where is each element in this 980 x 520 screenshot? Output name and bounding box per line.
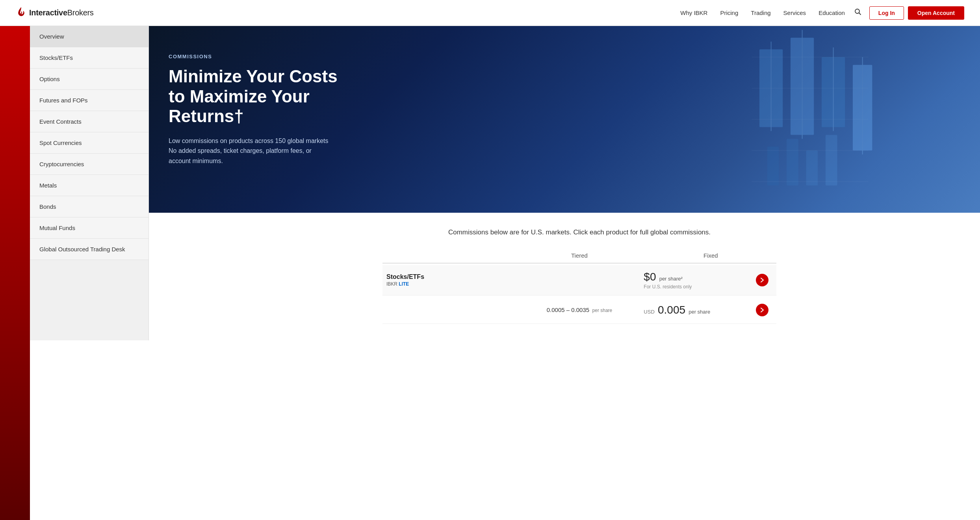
table-header: Tiered Fixed <box>382 248 776 264</box>
nav-links: Why IBKR Pricing Trading Services Educat… <box>680 9 845 17</box>
row2-fixed-price-container: USD 0.005 per share <box>644 304 710 316</box>
hero-title: Minimize Your Costs to Maximize Your Ret… <box>169 67 350 126</box>
row-stocks-sub: IBKR LITE <box>386 281 515 287</box>
ibkr-label: IBKR <box>386 281 399 287</box>
table-row-stocks-tiered[interactable]: 0.0005 – 0.0035 per share USD 0.005 per … <box>382 296 776 324</box>
sidebar-item-futures-fops[interactable]: Futures and FOPs <box>30 90 148 111</box>
sidebar-item-global-outsourced[interactable]: Global Outsourced Trading Desk <box>30 239 148 260</box>
table-row-stocks-lite[interactable]: Stocks/ETFs IBKR LITE $0 per share² <box>382 265 776 295</box>
svg-rect-11 <box>787 139 798 186</box>
sidebar-item-bonds[interactable]: Bonds <box>30 196 148 217</box>
hero-eyebrow: COMMISSIONS <box>169 54 350 59</box>
row2-price-unit: per share <box>689 309 710 315</box>
hero-chart <box>523 26 980 213</box>
sidebar-item-stocks-etfs[interactable]: Stocks/ETFs <box>30 47 148 69</box>
stocks-lite-arrow-button[interactable] <box>756 274 768 286</box>
sidebar-item-cryptocurrencies[interactable]: Cryptocurrencies <box>30 154 148 175</box>
commission-note: Commissions below are for U.S. markets. … <box>202 228 956 236</box>
svg-rect-10 <box>767 147 779 186</box>
row-stocks-label: Stocks/ETFs <box>386 273 515 280</box>
logo-flame-icon <box>16 6 27 20</box>
nav-pricing[interactable]: Pricing <box>720 9 738 16</box>
fixed-note: For U.S. residents only <box>644 284 692 290</box>
stocks-tiered-arrow-button[interactable] <box>756 304 768 316</box>
hero-section: COMMISSIONS Minimize Your Costs to Maxim… <box>149 26 980 213</box>
nav-services[interactable]: Services <box>783 9 806 16</box>
row-fixed-lite: $0 per share² For U.S. residents only <box>644 271 772 290</box>
row2-fixed-price: USD 0.005 per share <box>644 304 710 316</box>
content-area: Commissions below are for U.S. markets. … <box>179 213 980 340</box>
svg-rect-13 <box>825 135 837 186</box>
login-button[interactable]: Log In <box>869 6 904 20</box>
main-wrapper: Overview Stocks/ETFs Options Futures and… <box>0 26 980 340</box>
col-header-tiered: Tiered <box>514 252 645 259</box>
row2-price-big: 0.005 <box>658 304 685 316</box>
pricing-table: Tiered Fixed Stocks/ETFs IBKR LITE <box>382 248 776 324</box>
right-column: COMMISSIONS Minimize Your Costs to Maxim… <box>149 26 980 340</box>
tiered-unit: per share <box>592 308 612 313</box>
lite-label: LITE <box>399 281 409 287</box>
nav-trading[interactable]: Trading <box>751 9 770 16</box>
navbar: InteractiveBrokers Why IBKR Pricing Trad… <box>0 0 980 26</box>
col-header-product <box>382 252 514 259</box>
col-header-fixed: Fixed <box>645 252 776 259</box>
fixed-price-container: $0 per share² For U.S. residents only <box>644 271 692 290</box>
sidebar-item-event-contracts[interactable]: Event Contracts <box>30 111 148 132</box>
price-unit: per share² <box>659 276 683 282</box>
logo-link[interactable]: InteractiveBrokers <box>16 6 94 20</box>
sidebar-item-overview[interactable]: Overview <box>30 26 148 47</box>
row-product-label: Stocks/ETFs IBKR LITE <box>386 273 515 287</box>
row2-fixed: USD 0.005 per share <box>644 304 772 316</box>
sidebar-item-options[interactable]: Options <box>30 69 148 90</box>
sidebar-item-metals[interactable]: Metals <box>30 175 148 196</box>
svg-rect-12 <box>806 150 818 186</box>
nav-why-ibkr[interactable]: Why IBKR <box>680 9 707 16</box>
svg-line-1 <box>859 13 861 15</box>
hero-description: Low commissions on products across 150 g… <box>169 136 350 166</box>
fixed-price-value: $0 per share² <box>644 271 692 283</box>
row2-tiered: 0.0005 – 0.0035 per share <box>515 306 644 314</box>
nav-education[interactable]: Education <box>819 9 845 16</box>
hero-content: COMMISSIONS Minimize Your Costs to Maxim… <box>149 26 369 194</box>
usd-label: USD <box>644 309 654 315</box>
price-big: $0 <box>644 271 656 283</box>
sidebar-item-spot-currencies[interactable]: Spot Currencies <box>30 132 148 154</box>
logo-text: InteractiveBrokers <box>29 8 94 17</box>
search-icon[interactable] <box>854 8 861 17</box>
sidebar-item-mutual-funds[interactable]: Mutual Funds <box>30 217 148 239</box>
tiered-range: 0.0005 – 0.0035 <box>547 306 589 313</box>
sidebar: Overview Stocks/ETFs Options Futures and… <box>30 26 149 340</box>
open-account-button[interactable]: Open Account <box>908 6 964 20</box>
